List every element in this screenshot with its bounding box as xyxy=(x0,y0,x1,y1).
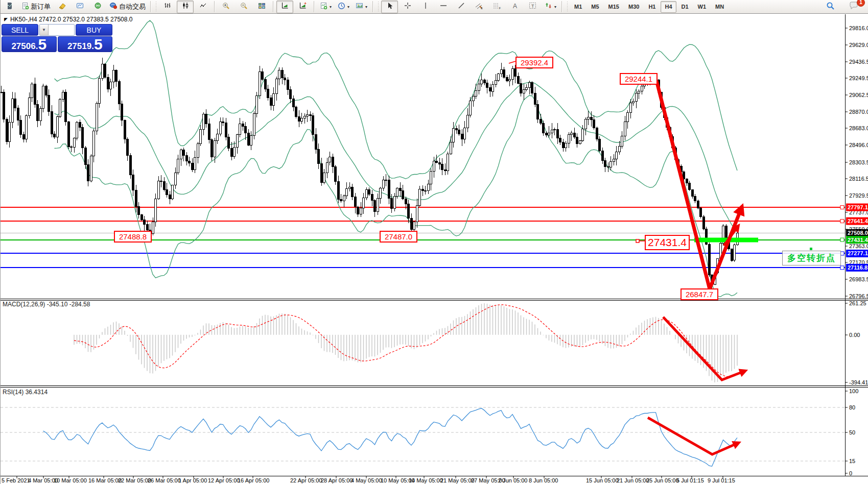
svg-text:29062.5: 29062.5 xyxy=(849,92,868,98)
svg-text:2 Jun 05:00: 2 Jun 05:00 xyxy=(498,477,528,483)
price-annotation-label[interactable]: 29392.4 xyxy=(515,57,553,68)
timeframe-m30-button[interactable]: M30 xyxy=(624,1,643,13)
search-button[interactable] xyxy=(822,1,839,13)
eraser-button[interactable] xyxy=(54,1,71,13)
svg-text:27431.4: 27431.4 xyxy=(848,237,868,243)
timeframe-m1-button[interactable]: M1 xyxy=(570,1,586,13)
zoomout-icon xyxy=(240,2,248,12)
broadcast-button[interactable] xyxy=(89,1,106,13)
crosshair-button[interactable] xyxy=(399,1,416,13)
sell-button[interactable]: SELL xyxy=(2,24,38,36)
label-leaders xyxy=(147,61,658,243)
rsi-axis[interactable]: 1008050150 xyxy=(845,388,858,476)
price-annotation-label[interactable]: 27487.0 xyxy=(380,231,417,243)
autoscroll-icon xyxy=(299,2,307,11)
time-axis[interactable]: 5 Feb 20214 Mar 05:0010 Mar 05:0016 Mar … xyxy=(2,476,735,483)
bar-chart-button[interactable] xyxy=(159,1,176,13)
svg-text:29629.0: 29629.0 xyxy=(849,42,868,48)
svg-text:21 May 05:00: 21 May 05:00 xyxy=(440,477,475,483)
trend-line-button[interactable] xyxy=(453,1,470,13)
shift-icon xyxy=(281,2,289,11)
price-annotation-label[interactable]: 26847.7 xyxy=(681,288,718,300)
toolbar-right-group: 1 xyxy=(822,1,868,13)
candlestick-chart-button[interactable] xyxy=(177,1,194,13)
zoom-out-button[interactable] xyxy=(236,1,252,13)
svg-text:100: 100 xyxy=(849,388,858,394)
price-axis[interactable]: 29816.029629.029436.529249.529062.528870… xyxy=(845,25,868,299)
svg-text:29436.5: 29436.5 xyxy=(849,59,868,65)
text-button[interactable]: A xyxy=(506,1,523,13)
channel-button[interactable]: E xyxy=(471,1,487,13)
hline-icon xyxy=(440,2,447,11)
auto-scroll-button[interactable] xyxy=(294,1,311,13)
tiles-icon xyxy=(258,2,266,11)
bollinger-bands xyxy=(55,20,738,297)
timeframe-mn-button[interactable]: MN xyxy=(711,1,728,13)
rsi-line xyxy=(43,408,738,467)
docplus-icon xyxy=(21,2,29,12)
sell-price-display[interactable]: 27506.5 xyxy=(2,36,57,52)
toolbar-separator xyxy=(214,1,215,12)
timeframe-h1-button[interactable]: H1 xyxy=(644,1,660,13)
svg-text:27929.5: 27929.5 xyxy=(849,192,868,199)
texta-icon: A xyxy=(511,2,519,11)
fibo-icon: F xyxy=(493,2,501,11)
svg-text:5 Feb 2021: 5 Feb 2021 xyxy=(2,477,30,483)
chart-shift-button[interactable] xyxy=(276,1,293,13)
auto-trading-button[interactable]: 自动交易 xyxy=(107,1,148,13)
buy-price-display[interactable]: 27519.5 xyxy=(58,36,113,52)
indicators-button[interactable]: ▾ xyxy=(317,1,334,13)
timeframe-d1-button[interactable]: D1 xyxy=(677,1,693,13)
arrows-button[interactable]: ▾ xyxy=(542,1,559,13)
chart-window-icon[interactable] xyxy=(2,1,18,13)
svg-text:28496.0: 28496.0 xyxy=(849,142,868,148)
chevron-down-icon[interactable]: ▾ xyxy=(330,5,332,9)
svg-text:28683.0: 28683.0 xyxy=(849,125,868,131)
buy-price-main: 27519 xyxy=(67,41,91,51)
notifications-button[interactable]: 1 xyxy=(845,1,862,13)
svg-text:1 Apr 05:00: 1 Apr 05:00 xyxy=(178,477,207,483)
line-chart-button[interactable] xyxy=(195,1,212,13)
volume-decrease-button[interactable]: ▼ xyxy=(40,25,49,35)
chevron-down-icon[interactable]: ▾ xyxy=(554,5,556,9)
timeframe-h4-button[interactable]: H4 xyxy=(661,1,676,13)
buy-button[interactable]: BUY xyxy=(76,24,112,36)
template-button[interactable]: ▾ xyxy=(353,1,370,13)
chevron-down-icon[interactable]: ▾ xyxy=(365,5,367,9)
new-order-button[interactable]: 新订单 xyxy=(19,1,53,13)
toolbar-separator xyxy=(372,1,373,12)
svg-text:27116.8: 27116.8 xyxy=(848,264,867,271)
timeframe-m5-button[interactable]: M5 xyxy=(587,1,603,13)
horizontal-line-button[interactable] xyxy=(435,1,452,13)
price-annotation-label[interactable]: 29244.1 xyxy=(620,73,658,85)
svg-text:28870.0: 28870.0 xyxy=(849,109,868,115)
price-annotation-label[interactable]: 27488.8 xyxy=(114,231,152,243)
autotrade-icon xyxy=(109,2,118,11)
volume-input[interactable] xyxy=(49,25,75,35)
svg-text:28116.5: 28116.5 xyxy=(849,176,868,182)
fibonacci-button[interactable]: F xyxy=(488,1,505,13)
vertical-line-button[interactable] xyxy=(417,1,434,13)
cursor-button[interactable] xyxy=(381,1,398,13)
toolbar-grip xyxy=(566,2,568,12)
label-button[interactable]: T xyxy=(524,1,541,13)
notification-count-badge: 1 xyxy=(857,0,865,7)
price-annotation-label[interactable]: 27431.4 xyxy=(645,235,690,250)
zoom-in-button[interactable] xyxy=(218,1,234,13)
timeframe-w1-button[interactable]: W1 xyxy=(694,1,711,13)
svg-text:9 Jul 01:15: 9 Jul 01:15 xyxy=(708,477,735,483)
chevron-down-icon[interactable]: ▾ xyxy=(347,5,349,9)
timeframe-m15-button[interactable]: M15 xyxy=(604,1,623,13)
macd-axis[interactable]: 261.250.00-394.41 xyxy=(845,300,868,385)
svg-text:0: 0 xyxy=(849,470,852,476)
channel-icon: E xyxy=(475,2,483,11)
svg-text:0.00: 0.00 xyxy=(849,332,860,338)
tile-windows-button[interactable] xyxy=(253,1,270,13)
vline-icon xyxy=(422,2,429,11)
note-label-box[interactable]: 多空转折点 xyxy=(782,251,841,265)
data-window-button[interactable] xyxy=(72,1,88,13)
svg-text:F: F xyxy=(499,7,501,10)
svg-text:27508.0: 27508.0 xyxy=(848,230,868,236)
periods-button[interactable]: ▾ xyxy=(335,1,352,13)
textt-icon: T xyxy=(529,2,536,11)
